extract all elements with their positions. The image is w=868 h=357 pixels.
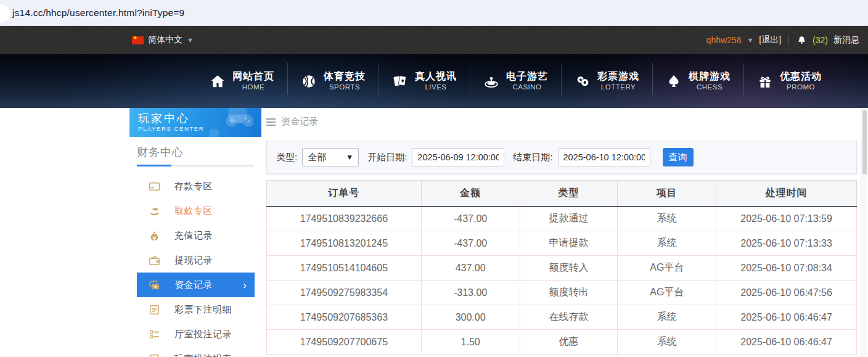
- chevron-down-icon: ▼: [346, 153, 353, 162]
- cards-icon: [391, 73, 408, 89]
- search-button[interactable]: 查询: [663, 148, 694, 166]
- china-flag-icon: ★: [132, 36, 144, 44]
- sidebar-section: 财务中心: [129, 137, 261, 166]
- nav-item-title: 电子游艺: [506, 70, 548, 83]
- nav-item-title: 彩票游戏: [597, 70, 639, 83]
- sidebar-item-funds-records[interactable]: 资金记录 ›: [137, 273, 255, 297]
- table-cell: AG平台: [618, 281, 716, 305]
- sidebar-header: 玩家中心 PLAYERS CENTER: [129, 108, 261, 137]
- browser-url-bar: js14.cc/hhcp/usercenter.html?iniType=9: [0, 0, 868, 26]
- account-bar: ★ 简体中文 ▼ qhhw258 ▼ [退出] (32) 新消息: [0, 26, 868, 54]
- table-cell: 1749510514104605: [267, 256, 422, 281]
- breadcrumb: 资金记录: [266, 116, 857, 128]
- nav-item-home[interactable]: 网站首页 HOME: [196, 70, 287, 92]
- sidebar-item-withdraw-zone[interactable]: 取款专区: [137, 199, 255, 223]
- table-cell: AG平台: [618, 256, 716, 281]
- table-column-header: 类型: [520, 181, 618, 207]
- scrollbar-thumb[interactable]: [862, 110, 867, 174]
- nav-item-lives[interactable]: 真人视讯 LIVES: [379, 70, 470, 92]
- spade-icon: [665, 73, 682, 89]
- document-icon: [149, 304, 160, 316]
- table-cell: 额度转入: [520, 256, 618, 281]
- language-selector[interactable]: ★ 简体中文 ▼: [132, 35, 194, 46]
- table-cell: 1749509207685363: [267, 305, 422, 330]
- table-cell: 1749509275983354: [267, 281, 422, 305]
- browser-tab-stub: [0, 4, 10, 23]
- table-column-header: 订单号: [267, 181, 422, 207]
- sidebar-item-label: 提现记录: [174, 255, 213, 266]
- chevron-down-icon: ▼: [187, 36, 194, 44]
- gift-icon: [756, 73, 773, 89]
- end-date-label: 结束日期:: [513, 152, 552, 163]
- table-cell: 系统: [618, 207, 716, 231]
- sidebar-item-hall-bet-records[interactable]: 厅室投注记录: [137, 322, 255, 347]
- table-cell: 在线存款: [520, 305, 618, 330]
- nav-item-casino[interactable]: 电子游艺 CASINO: [470, 70, 561, 92]
- table-cell: 1.50: [421, 330, 520, 355]
- gamepad-icon: [223, 110, 256, 137]
- sidebar-item-recharge-records[interactable]: 充值记录: [137, 223, 255, 248]
- nav-item-sports[interactable]: 体育竞技 SPORTS: [287, 70, 379, 92]
- table-header-row: 订单号金额类型项目处理时间: [267, 181, 857, 207]
- sidebar-item-withdrawal-records[interactable]: 提现记录: [137, 248, 255, 273]
- ball-icon: [300, 73, 317, 89]
- scrollbar[interactable]: [861, 108, 867, 357]
- sidebar-item-label: 厅室投注记录: [174, 329, 232, 340]
- type-select[interactable]: 全部 ▼: [302, 148, 359, 166]
- start-date-input[interactable]: [412, 148, 504, 166]
- table-cell: 1749510839232666: [267, 207, 422, 231]
- nav-item-title: 优惠活动: [780, 70, 822, 83]
- table-cell: 2025-06-10 06:47:56: [716, 281, 857, 305]
- sidebar-item-player-bet-report[interactable]: 玩家投注报表: [137, 347, 255, 357]
- bank-card-icon: [149, 181, 160, 192]
- nav-item-chess[interactable]: 棋牌游戏 CHESS: [652, 70, 743, 92]
- nav-item-subtitle: LIVES: [425, 83, 446, 92]
- nav-item-subtitle: LOTTERY: [601, 83, 636, 92]
- table-cell: 300.00: [421, 305, 520, 330]
- bell-icon[interactable]: [796, 35, 807, 46]
- nav-item-lottery[interactable]: 彩票游戏 LOTTERY: [561, 70, 652, 92]
- table-cell: -437.00: [421, 231, 520, 256]
- logout-link[interactable]: [退出]: [759, 35, 781, 46]
- sidebar-item-lottery-bet-details[interactable]: 彩票下注明细: [137, 297, 255, 322]
- table-cell: 1749509207700675: [267, 330, 422, 355]
- sidebar-item-label: 充值记录: [174, 230, 213, 242]
- table-cell: -313.00: [421, 281, 520, 305]
- sidebar-item-label: 存款专区: [174, 181, 213, 192]
- menu-icon[interactable]: [266, 118, 276, 126]
- nav-item-promo[interactable]: 优惠活动 PROMO: [743, 70, 835, 92]
- list-icon: [149, 329, 160, 340]
- nav-item-subtitle: CASINO: [512, 83, 541, 92]
- home-icon: [209, 73, 226, 89]
- table-cell: 2025-06-10 06:46:47: [716, 330, 857, 355]
- chart-icon: [149, 353, 160, 357]
- table-cell: 系统: [618, 330, 716, 355]
- sidebar-item-label: 彩票下注明细: [174, 304, 232, 316]
- message-label[interactable]: 新消息: [833, 35, 859, 46]
- table-row: 1749510514104605437.00额度转入AG平台2025-06-10…: [267, 256, 857, 281]
- chevron-right-icon: ›: [243, 280, 247, 290]
- table-row: 1749509275983354-313.00额度转出AG平台2025-06-1…: [267, 281, 857, 305]
- url-text[interactable]: js14.cc/hhcp/usercenter.html?iniType=9: [12, 7, 184, 18]
- sidebar: 玩家中心 PLAYERS CENTER 财务中心 存款专区 取款专区 充值记录 …: [129, 108, 261, 357]
- table-cell: 优惠: [520, 330, 618, 355]
- roulette-icon: [483, 73, 499, 89]
- table-cell: 提款通过: [520, 207, 618, 231]
- chevron-down-icon[interactable]: ▼: [747, 36, 753, 44]
- table-column-header: 项目: [618, 181, 716, 207]
- nav-item-subtitle: SPORTS: [329, 83, 360, 92]
- nav-item-title: 体育竞技: [324, 70, 366, 83]
- table-cell: 申请提款: [520, 231, 618, 256]
- type-label: 类型:: [276, 152, 297, 163]
- balls-icon: [574, 73, 591, 89]
- table-cell: 系统: [618, 231, 716, 256]
- sidebar-item-deposit-zone[interactable]: 存款专区: [137, 174, 255, 199]
- table-row: 1749510839232666-437.00提款通过系统2025-06-10 …: [267, 207, 857, 231]
- nav-item-subtitle: CHESS: [697, 83, 723, 92]
- end-date-input[interactable]: [558, 148, 650, 166]
- table-cell: 437.00: [421, 256, 520, 281]
- message-count[interactable]: (32): [813, 35, 828, 45]
- username[interactable]: qhhw258: [706, 35, 742, 45]
- type-select-value: 全部: [308, 152, 326, 163]
- nav-item-subtitle: PROMO: [787, 83, 815, 92]
